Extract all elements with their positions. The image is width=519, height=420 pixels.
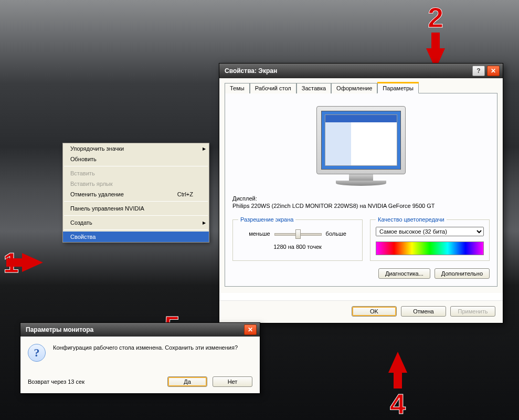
desktop-context-menu: Упорядочить значки Обновить Вставить Вст… [62,143,209,243]
color-preview [376,242,484,255]
dialog-title: Свойства: Экран [225,67,277,75]
menu-arrange-icons[interactable]: Упорядочить значки [63,143,209,154]
color-quality-select[interactable]: Самое высокое (32 бита) [376,227,484,236]
slider-less-label: меньше [249,230,270,237]
menu-item-label: Отменить удаление [70,191,124,197]
confirm-title: Параметры монитора [26,326,93,333]
display-name: Philips 220WS (22inch LCD MONITOR 220WS8… [232,203,490,209]
tab-settings[interactable]: Параметры [377,83,419,93]
menu-item-label: Панель управления NVIDIA [70,205,144,212]
monitor-illustration [232,106,490,186]
resolution-value: 1280 на 800 точек [238,244,357,250]
dialog-titlebar[interactable]: Свойства: Экран ? ✕ [219,64,503,78]
display-caption: Дисплей: [232,195,490,202]
menu-undo-delete[interactable]: Отменить удалениеCtrl+Z [63,189,209,200]
annotation-1-label: 1 [3,246,19,279]
question-icon: ? [28,344,46,362]
tab-screensaver[interactable]: Заставка [296,83,331,93]
annotation-2-label: 2 [428,1,443,34]
ok-button[interactable]: OK [352,306,397,317]
resolution-slider[interactable] [274,229,322,238]
color-quality-group: Качество цветопередачи Самое высокое (32… [370,216,490,261]
titlebar-close-button[interactable]: ✕ [487,66,500,76]
menu-item-label: Свойства [70,234,96,240]
tab-appearance[interactable]: Оформление [331,83,377,93]
annotation-1: 1 [3,246,43,279]
display-properties-dialog: Свойства: Экран ? ✕ Темы Рабочий стол За… [219,63,503,323]
slider-thumb[interactable] [295,229,301,239]
menu-item-label: Обновить [70,156,97,162]
confirm-message: Конфигурация рабочего стола изменена. Со… [53,344,238,352]
menu-create[interactable]: Создать [63,217,209,228]
resolution-legend: Разрешение экрана [238,216,295,223]
titlebar-help-button[interactable]: ? [472,66,485,76]
menu-paste: Вставить [63,168,209,178]
revert-timer: Возврат через 13 сек [28,379,84,385]
color-quality-legend: Качество цветопередачи [376,216,447,223]
menu-paste-shortcut: Вставить ярлык [63,178,209,189]
tab-desktop[interactable]: Рабочий стол [250,83,296,93]
tab-themes[interactable]: Темы [225,83,250,93]
confirm-titlebar[interactable]: Параметры монитора ✕ [20,323,260,337]
no-button[interactable]: Нет [213,376,252,387]
menu-separator [64,215,208,216]
settings-panel: Дисплей: Philips 220WS (22inch LCD MONIT… [225,93,497,287]
confirm-close-button[interactable]: ✕ [244,324,257,335]
apply-button: Применить [450,306,495,317]
cancel-button[interactable]: Отмена [401,306,446,317]
annotation-2: 2 [426,1,445,69]
menu-item-label: Создать [70,219,92,226]
menu-item-label: Вставить [70,170,95,176]
diagnostics-button[interactable]: Диагностика... [378,268,430,279]
monitor-settings-confirm-dialog: Параметры монитора ✕ ? Конфигурация рабо… [20,322,260,394]
menu-nvidia-panel[interactable]: Панель управления NVIDIA [63,203,209,214]
yes-button[interactable]: Да [167,376,207,387]
menu-separator [64,229,208,230]
slider-more-label: больше [326,230,346,237]
resolution-group: Разрешение экрана меньше больше 1280 на … [232,216,363,261]
menu-properties[interactable]: Свойства [63,232,209,242]
menu-item-label: Вставить ярлык [70,181,113,187]
annotation-4: 4 [388,352,407,420]
advanced-button[interactable]: Дополнительно [435,268,490,279]
menu-shortcut: Ctrl+Z [177,191,193,197]
menu-separator [64,201,208,202]
dialog-tabs: Темы Рабочий стол Заставка Оформление Па… [225,82,497,93]
menu-item-label: Упорядочить значки [70,145,124,152]
menu-refresh[interactable]: Обновить [63,154,209,164]
annotation-4-label: 4 [390,387,406,420]
menu-separator [64,166,208,166]
